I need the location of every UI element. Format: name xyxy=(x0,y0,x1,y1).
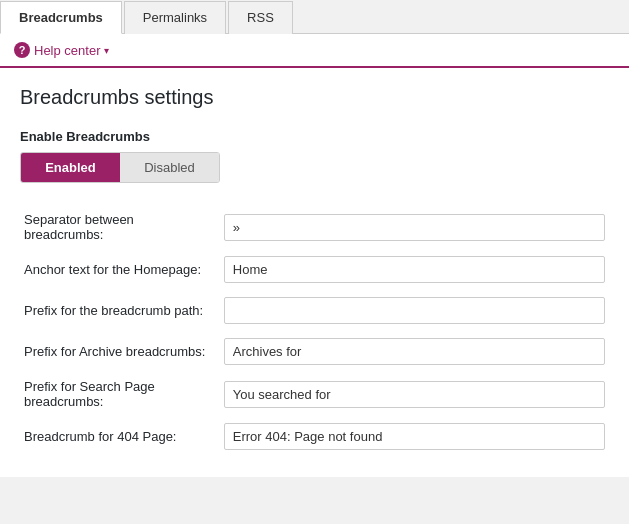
form-row: Anchor text for the Homepage: xyxy=(20,249,609,290)
field-cell-2 xyxy=(220,290,609,331)
field-input-5[interactable] xyxy=(224,423,605,450)
field-cell-1 xyxy=(220,249,609,290)
field-label-3: Prefix for Archive breadcrumbs: xyxy=(20,331,220,372)
field-label-0: Separator between breadcrumbs: xyxy=(20,205,220,249)
field-cell-4 xyxy=(220,372,609,416)
field-label-4: Prefix for Search Page breadcrumbs: xyxy=(20,372,220,416)
field-input-2[interactable] xyxy=(224,297,605,324)
field-cell-0 xyxy=(220,205,609,249)
help-center-link[interactable]: Help center xyxy=(34,43,100,58)
toggle-enabled-button[interactable]: Enabled xyxy=(21,153,120,182)
field-label-2: Prefix for the breadcrumb path: xyxy=(20,290,220,331)
toggle-disabled-button[interactable]: Disabled xyxy=(120,153,219,182)
form-row: Prefix for the breadcrumb path: xyxy=(20,290,609,331)
form-row: Breadcrumb for 404 Page: xyxy=(20,416,609,457)
field-input-3[interactable] xyxy=(224,338,605,365)
page-title: Breadcrumbs settings xyxy=(20,86,609,109)
field-cell-5 xyxy=(220,416,609,457)
tab-bar: Breadcrumbs Permalinks RSS xyxy=(0,0,629,34)
tab-rss[interactable]: RSS xyxy=(228,1,293,34)
field-label-1: Anchor text for the Homepage: xyxy=(20,249,220,290)
enable-toggle-group: Enabled Disabled xyxy=(20,152,220,183)
settings-form: Separator between breadcrumbs:Anchor tex… xyxy=(20,205,609,457)
field-input-0[interactable] xyxy=(224,214,605,241)
help-icon: ? xyxy=(14,42,30,58)
form-row: Prefix for Search Page breadcrumbs: xyxy=(20,372,609,416)
form-row: Prefix for Archive breadcrumbs: xyxy=(20,331,609,372)
main-content: Breadcrumbs settings Enable Breadcrumbs … xyxy=(0,68,629,477)
enable-breadcrumbs-label: Enable Breadcrumbs xyxy=(20,129,609,144)
field-label-5: Breadcrumb for 404 Page: xyxy=(20,416,220,457)
tab-permalinks[interactable]: Permalinks xyxy=(124,1,226,34)
form-row: Separator between breadcrumbs: xyxy=(20,205,609,249)
help-dropdown-arrow[interactable]: ▾ xyxy=(104,45,109,56)
field-cell-3 xyxy=(220,331,609,372)
field-input-4[interactable] xyxy=(224,381,605,408)
tab-breadcrumbs[interactable]: Breadcrumbs xyxy=(0,1,122,34)
help-bar: ? Help center ▾ xyxy=(0,34,629,68)
field-input-1[interactable] xyxy=(224,256,605,283)
